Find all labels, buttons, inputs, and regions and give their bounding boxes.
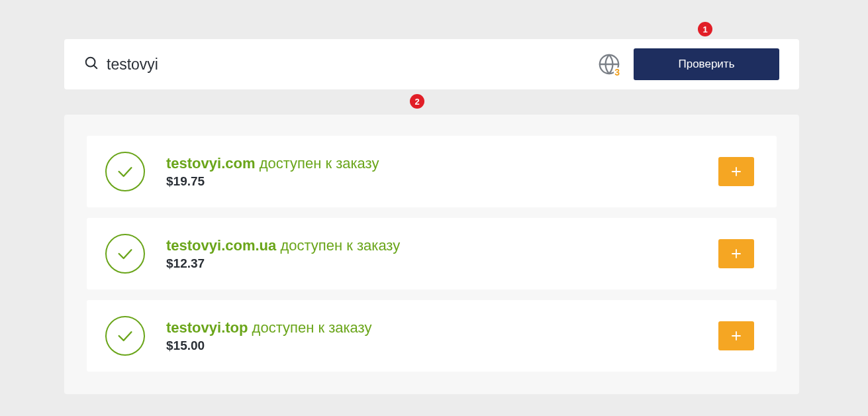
svg-line-1 bbox=[94, 66, 97, 69]
result-domain: testovyi.com bbox=[166, 155, 256, 172]
result-availability: доступен к заказу bbox=[260, 155, 379, 172]
search-icon bbox=[84, 56, 99, 73]
result-body: testovyi.com доступен к заказу $19.75 bbox=[166, 154, 718, 189]
result-price: $19.75 bbox=[166, 174, 718, 189]
result-price: $12.37 bbox=[166, 256, 718, 271]
callout-badge-1: 1 bbox=[698, 22, 712, 36]
callout-badge-2: 2 bbox=[410, 94, 424, 109]
result-price: $15.00 bbox=[166, 338, 718, 353]
plus-icon bbox=[730, 248, 742, 260]
add-button[interactable] bbox=[718, 239, 754, 268]
result-card: testovyi.com доступен к заказу $19.75 bbox=[87, 136, 777, 207]
result-domain: testovyi.top bbox=[166, 319, 248, 336]
check-button[interactable]: Проверить bbox=[634, 48, 779, 80]
search-input[interactable] bbox=[107, 56, 598, 74]
results-panel: testovyi.com доступен к заказу $19.75 bbox=[64, 115, 799, 394]
check-icon bbox=[105, 234, 145, 274]
result-title: testovyi.com доступен к заказу bbox=[166, 154, 718, 174]
add-button[interactable] bbox=[718, 321, 754, 350]
plus-icon bbox=[730, 166, 742, 178]
result-body: testovyi.com.ua доступен к заказу $12.37 bbox=[166, 236, 718, 272]
globe-zone-selector[interactable]: 3 bbox=[598, 53, 620, 76]
result-title: testovyi.com.ua доступен к заказу bbox=[166, 236, 718, 256]
result-body: testovyi.top доступен к заказу $15.00 bbox=[166, 319, 718, 354]
result-card: testovyi.top доступен к заказу $15.00 bbox=[87, 300, 777, 372]
result-domain: testovyi.com.ua bbox=[166, 237, 276, 254]
result-title: testovyi.top доступен к заказу bbox=[166, 319, 718, 338]
check-icon bbox=[105, 316, 145, 356]
result-availability: доступен к заказу bbox=[252, 319, 372, 336]
check-icon bbox=[105, 152, 145, 191]
add-button[interactable] bbox=[718, 157, 754, 186]
search-bar: 3 Проверить bbox=[64, 39, 799, 89]
result-card: testovyi.com.ua доступен к заказу $12.37 bbox=[87, 218, 777, 289]
plus-icon bbox=[730, 330, 742, 342]
result-availability: доступен к заказу bbox=[280, 237, 400, 254]
globe-zone-count: 3 bbox=[614, 68, 620, 77]
